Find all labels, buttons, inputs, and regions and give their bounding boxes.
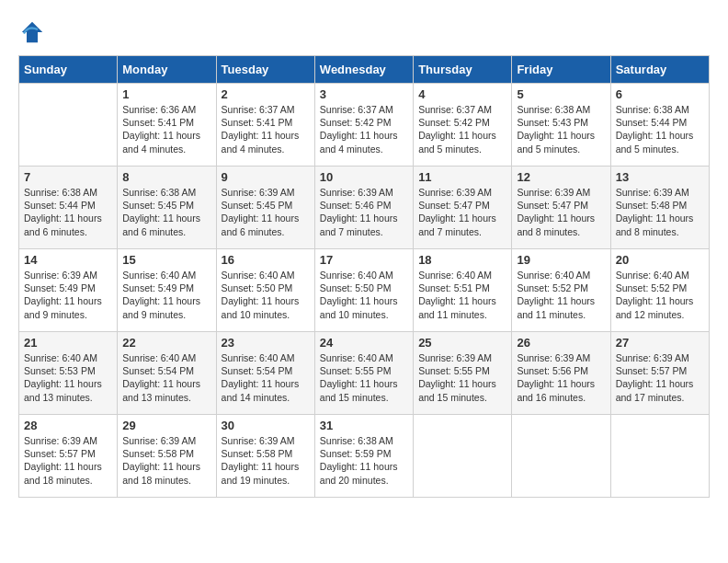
day-number: 28 (24, 419, 112, 432)
day-info: Sunrise: 6:36 AMSunset: 5:41 PMDaylight:… (122, 103, 210, 155)
day-number: 30 (222, 419, 310, 432)
day-number: 13 (616, 170, 704, 184)
calendar-cell: 10Sunrise: 6:39 AMSunset: 5:46 PMDayligh… (314, 167, 413, 249)
calendar-cell: 17Sunrise: 6:40 AMSunset: 5:50 PMDayligh… (314, 249, 413, 332)
day-info: Sunrise: 6:39 AMSunset: 5:58 PMDaylight:… (122, 434, 210, 487)
day-info: Sunrise: 6:39 AMSunset: 5:48 PMDaylight:… (616, 186, 704, 238)
calendar-cell: 23Sunrise: 6:40 AMSunset: 5:54 PMDayligh… (216, 332, 314, 415)
calendar-cell: 22Sunrise: 6:40 AMSunset: 5:54 PMDayligh… (118, 332, 216, 415)
day-number: 7 (24, 170, 112, 184)
page-header (18, 18, 710, 46)
day-number: 17 (320, 253, 408, 267)
day-number: 14 (24, 253, 112, 267)
calendar-cell: 15Sunrise: 6:40 AMSunset: 5:49 PMDayligh… (118, 249, 216, 332)
calendar-cell: 26Sunrise: 6:39 AMSunset: 5:56 PMDayligh… (512, 332, 610, 415)
calendar-cell (512, 415, 610, 498)
calendar-cell (19, 84, 118, 167)
day-info: Sunrise: 6:38 AMSunset: 5:45 PMDaylight:… (122, 186, 210, 238)
day-info: Sunrise: 6:39 AMSunset: 5:49 PMDaylight:… (24, 269, 112, 321)
day-info: Sunrise: 6:39 AMSunset: 5:56 PMDaylight:… (517, 351, 605, 404)
calendar-week-3: 14Sunrise: 6:39 AMSunset: 5:49 PMDayligh… (19, 249, 710, 332)
weekday-header-monday: Monday (118, 56, 216, 84)
day-info: Sunrise: 6:38 AMSunset: 5:44 PMDaylight:… (24, 186, 112, 238)
day-number: 27 (616, 336, 704, 350)
day-info: Sunrise: 6:39 AMSunset: 5:57 PMDaylight:… (24, 434, 112, 487)
day-number: 24 (320, 336, 408, 350)
day-info: Sunrise: 6:39 AMSunset: 5:47 PMDaylight:… (418, 186, 506, 238)
calendar-week-2: 7Sunrise: 6:38 AMSunset: 5:44 PMDaylight… (19, 167, 710, 249)
day-info: Sunrise: 6:37 AMSunset: 5:42 PMDaylight:… (418, 103, 506, 155)
day-number: 22 (122, 336, 210, 350)
day-info: Sunrise: 6:40 AMSunset: 5:52 PMDaylight:… (616, 269, 704, 321)
calendar-week-1: 1Sunrise: 6:36 AMSunset: 5:41 PMDaylight… (19, 84, 710, 167)
weekday-header-wednesday: Wednesday (314, 56, 413, 84)
calendar-table: SundayMondayTuesdayWednesdayThursdayFrid… (18, 55, 710, 498)
day-info: Sunrise: 6:40 AMSunset: 5:49 PMDaylight:… (122, 269, 210, 321)
calendar-cell: 21Sunrise: 6:40 AMSunset: 5:53 PMDayligh… (19, 332, 118, 415)
calendar-cell (414, 415, 512, 498)
calendar-cell: 1Sunrise: 6:36 AMSunset: 5:41 PMDaylight… (118, 84, 216, 167)
day-number: 1 (122, 87, 210, 101)
weekday-header-saturday: Saturday (610, 56, 709, 84)
day-number: 12 (517, 170, 605, 184)
calendar-cell: 29Sunrise: 6:39 AMSunset: 5:58 PMDayligh… (118, 415, 216, 498)
day-info: Sunrise: 6:39 AMSunset: 5:47 PMDaylight:… (517, 186, 605, 238)
calendar-cell: 7Sunrise: 6:38 AMSunset: 5:44 PMDaylight… (19, 167, 118, 249)
day-info: Sunrise: 6:40 AMSunset: 5:51 PMDaylight:… (418, 269, 506, 321)
day-number: 6 (616, 87, 704, 101)
calendar-cell: 18Sunrise: 6:40 AMSunset: 5:51 PMDayligh… (414, 249, 512, 332)
day-number: 11 (418, 170, 506, 184)
calendar-cell: 11Sunrise: 6:39 AMSunset: 5:47 PMDayligh… (414, 167, 512, 249)
calendar-cell: 13Sunrise: 6:39 AMSunset: 5:48 PMDayligh… (610, 167, 709, 249)
calendar-week-4: 21Sunrise: 6:40 AMSunset: 5:53 PMDayligh… (19, 332, 710, 415)
day-info: Sunrise: 6:40 AMSunset: 5:54 PMDaylight:… (122, 351, 210, 404)
day-number: 19 (517, 253, 605, 267)
calendar-cell (610, 415, 709, 498)
day-number: 5 (517, 87, 605, 101)
day-number: 21 (24, 336, 112, 350)
day-info: Sunrise: 6:40 AMSunset: 5:50 PMDaylight:… (222, 269, 310, 321)
calendar-cell: 28Sunrise: 6:39 AMSunset: 5:57 PMDayligh… (19, 415, 118, 498)
day-info: Sunrise: 6:39 AMSunset: 5:46 PMDaylight:… (320, 186, 408, 238)
calendar-cell: 3Sunrise: 6:37 AMSunset: 5:42 PMDaylight… (314, 84, 413, 167)
day-number: 31 (320, 419, 408, 432)
day-number: 23 (222, 336, 310, 350)
weekday-header-thursday: Thursday (414, 56, 512, 84)
day-info: Sunrise: 6:40 AMSunset: 5:53 PMDaylight:… (24, 351, 112, 404)
day-info: Sunrise: 6:37 AMSunset: 5:42 PMDaylight:… (320, 103, 408, 155)
day-info: Sunrise: 6:38 AMSunset: 5:59 PMDaylight:… (320, 434, 408, 487)
day-info: Sunrise: 6:38 AMSunset: 5:44 PMDaylight:… (616, 103, 704, 155)
day-number: 15 (122, 253, 210, 267)
calendar-cell: 27Sunrise: 6:39 AMSunset: 5:57 PMDayligh… (610, 332, 709, 415)
calendar-cell: 20Sunrise: 6:40 AMSunset: 5:52 PMDayligh… (610, 249, 709, 332)
day-number: 2 (222, 87, 310, 101)
day-info: Sunrise: 6:40 AMSunset: 5:50 PMDaylight:… (320, 269, 408, 321)
day-number: 16 (222, 253, 310, 267)
day-number: 4 (418, 87, 506, 101)
day-number: 20 (616, 253, 704, 267)
calendar-cell: 12Sunrise: 6:39 AMSunset: 5:47 PMDayligh… (512, 167, 610, 249)
calendar-cell: 6Sunrise: 6:38 AMSunset: 5:44 PMDaylight… (610, 84, 709, 167)
calendar-cell: 24Sunrise: 6:40 AMSunset: 5:55 PMDayligh… (314, 332, 413, 415)
calendar-cell: 4Sunrise: 6:37 AMSunset: 5:42 PMDaylight… (414, 84, 512, 167)
day-number: 8 (122, 170, 210, 184)
day-number: 18 (418, 253, 506, 267)
logo (18, 18, 50, 46)
weekday-header-sunday: Sunday (19, 56, 118, 84)
weekday-header-friday: Friday (512, 56, 610, 84)
calendar-cell: 19Sunrise: 6:40 AMSunset: 5:52 PMDayligh… (512, 249, 610, 332)
calendar-cell: 31Sunrise: 6:38 AMSunset: 5:59 PMDayligh… (314, 415, 413, 498)
day-info: Sunrise: 6:39 AMSunset: 5:57 PMDaylight:… (616, 351, 704, 404)
day-info: Sunrise: 6:40 AMSunset: 5:54 PMDaylight:… (222, 351, 310, 404)
day-number: 10 (320, 170, 408, 184)
calendar-week-5: 28Sunrise: 6:39 AMSunset: 5:57 PMDayligh… (19, 415, 710, 498)
day-number: 25 (418, 336, 506, 350)
day-info: Sunrise: 6:39 AMSunset: 5:55 PMDaylight:… (418, 351, 506, 404)
day-info: Sunrise: 6:39 AMSunset: 5:45 PMDaylight:… (222, 186, 310, 238)
weekday-header-row: SundayMondayTuesdayWednesdayThursdayFrid… (19, 56, 710, 84)
weekday-header-tuesday: Tuesday (216, 56, 314, 84)
day-info: Sunrise: 6:40 AMSunset: 5:55 PMDaylight:… (320, 351, 408, 404)
calendar-cell: 2Sunrise: 6:37 AMSunset: 5:41 PMDaylight… (216, 84, 314, 167)
calendar-cell: 8Sunrise: 6:38 AMSunset: 5:45 PMDaylight… (118, 167, 216, 249)
calendar-cell: 5Sunrise: 6:38 AMSunset: 5:43 PMDaylight… (512, 84, 610, 167)
